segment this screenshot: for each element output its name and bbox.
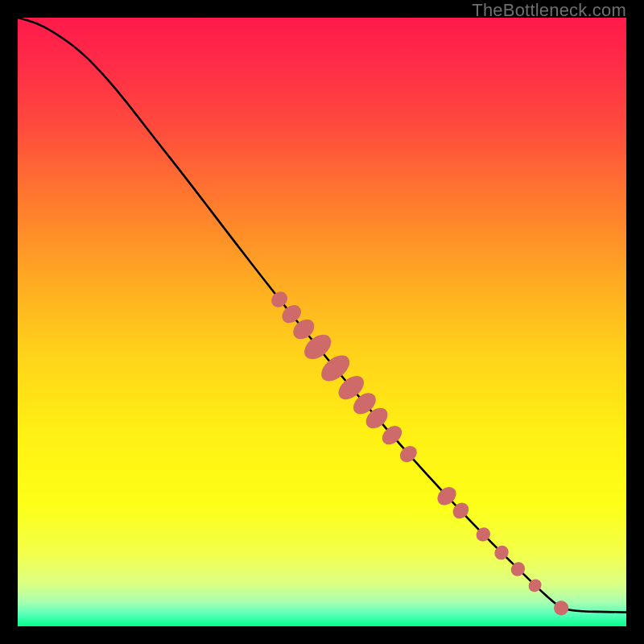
gradient-background [18, 18, 626, 626]
plot-area [18, 18, 626, 626]
chart-svg [18, 18, 626, 626]
chart-frame: TheBottleneck.com [0, 0, 644, 644]
